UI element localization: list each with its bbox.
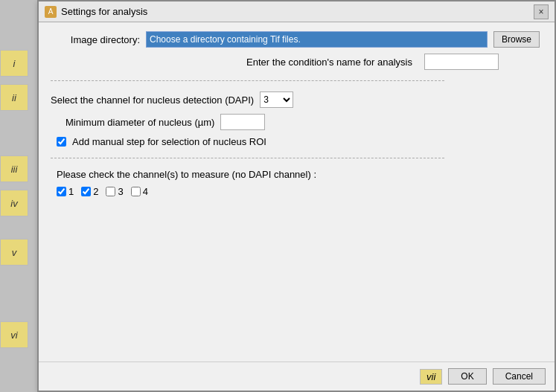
image-directory-row: Image directory: Browse: [51, 31, 543, 48]
divider-1: [51, 80, 444, 81]
vii-label: vii: [420, 369, 442, 385]
channel-4-label: 4: [143, 186, 148, 197]
channel-2-checkbox[interactable]: [81, 187, 91, 196]
channel-3-label: 3: [118, 186, 123, 197]
condition-label: Enter the condition's name for analysis: [51, 57, 418, 68]
diameter-row: Minimum diameter of nucleus (µm) 8: [51, 114, 543, 130]
dialog-body: Image directory: Browse Enter the condit…: [39, 22, 555, 362]
sidebar-item-v: v: [0, 239, 28, 266]
channels-checkboxes-row: 1 2 3 4: [51, 186, 543, 197]
dialog-titlebar: A Settings for analysis ×: [39, 1, 555, 22]
sidebar: i ii iii iv v vi: [0, 0, 37, 392]
manual-step-label: Add manual step for selection of nucleus…: [72, 136, 266, 147]
diameter-label: Minimum diameter of nucleus (µm): [65, 117, 214, 128]
image-directory-label: Image directory:: [51, 34, 140, 45]
channel-select[interactable]: 3 1 2 4: [260, 91, 293, 108]
sidebar-label-v: v: [12, 247, 17, 258]
cancel-button[interactable]: Cancel: [493, 368, 546, 385]
channel-1-item: 1: [57, 186, 74, 197]
sidebar-item-iii: iii: [0, 155, 28, 182]
dialog-footer: vii OK Cancel: [39, 362, 555, 391]
channel-3-item: 3: [106, 186, 123, 197]
browse-button[interactable]: Browse: [493, 31, 540, 48]
settings-dialog: A Settings for analysis × Image director…: [37, 0, 556, 392]
dialog-title: Settings for analysis: [61, 6, 147, 17]
manual-step-checkbox[interactable]: [57, 137, 66, 147]
channel-1-label: 1: [68, 186, 74, 197]
close-button[interactable]: ×: [534, 4, 549, 19]
ok-button[interactable]: OK: [448, 368, 486, 385]
sidebar-label-iv: iv: [10, 198, 17, 209]
sidebar-label-i: i: [13, 58, 16, 69]
sidebar-item-iv: iv: [0, 190, 28, 216]
manual-step-row: Add manual step for selection of nucleus…: [51, 136, 543, 147]
channels-measure-header: Please check the channel(s) to measure (…: [51, 169, 543, 180]
channel-2-label: 2: [93, 186, 98, 197]
sidebar-item-vi: vi: [0, 321, 28, 348]
sidebar-label-vi: vi: [10, 330, 17, 341]
sidebar-label-ii: ii: [12, 92, 16, 103]
channel-4-item: 4: [131, 186, 148, 197]
channel-2-item: 2: [81, 186, 98, 197]
titlebar-left: A Settings for analysis: [45, 6, 147, 18]
condition-input[interactable]: [424, 54, 499, 70]
sidebar-label-iii: iii: [11, 164, 18, 175]
divider-2: [51, 158, 444, 158]
channels-measure-label: Please check the channel(s) to measure (…: [57, 169, 316, 180]
channel-4-checkbox[interactable]: [131, 187, 141, 196]
channel-1-checkbox[interactable]: [57, 187, 66, 196]
image-directory-input[interactable]: [146, 31, 488, 48]
sidebar-item-ii: ii: [0, 84, 28, 111]
diameter-input[interactable]: 8: [220, 114, 265, 130]
sidebar-item-i: i: [0, 50, 28, 77]
condition-row: Enter the condition's name for analysis: [51, 54, 543, 70]
channel-row: Select the channel for nucleus detection…: [51, 91, 543, 108]
app-icon: A: [45, 6, 57, 18]
channel-3-checkbox[interactable]: [106, 187, 115, 196]
channel-label: Select the channel for nucleus detection…: [51, 94, 254, 106]
